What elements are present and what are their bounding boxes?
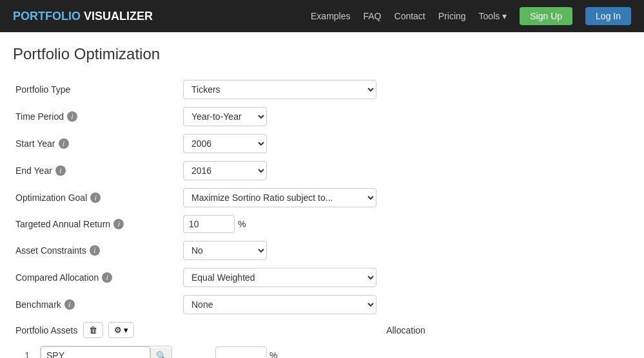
start-year-row: Start Year i 2006 2005 2007 [13,130,631,157]
compared-allocation-label: Compared Allocation [15,272,99,283]
benchmark-select[interactable]: None S&P 500 Total Market [183,295,376,314]
settings-form: Portfolio Type Tickers Asset Classes Tim… [13,76,631,358]
asset-row-number-1: 1 [15,350,35,358]
logo-part2: VISUALIZER [84,10,153,23]
nav-contact[interactable]: Contact [395,11,425,21]
nav-pricing[interactable]: Pricing [438,11,466,21]
targeted-annual-return-input[interactable] [183,215,235,233]
search-icon-1: 🔍 [156,351,166,359]
allocation-header-label: Allocation [386,325,425,335]
settings-assets-button[interactable]: ⚙ ▾ [108,322,134,338]
end-year-select[interactable]: 2016 2015 2017 [183,161,267,180]
asset-row-1: 1 🔍 % [13,342,631,358]
end-year-row: End Year i 2016 2015 2017 [13,157,631,184]
targeted-annual-return-info-icon[interactable]: i [113,219,124,229]
targeted-annual-return-row: Targeted Annual Return i % [13,211,631,237]
portfolio-type-row: Portfolio Type Tickers Asset Classes [13,76,631,103]
optimization-goal-label: Optimization Goal [15,193,87,203]
asset-constraints-label: Asset Constraints [15,245,86,256]
app-logo: PORTFOLIO VISUALIZER [13,10,153,23]
benchmark-label: Benchmark [15,299,61,310]
benchmark-row: Benchmark i None S&P 500 Total Market [13,291,631,318]
nav-tools-button[interactable]: Tools ▾ [479,11,507,21]
optimization-goal-info-icon[interactable]: i [90,193,101,203]
time-period-label: Time Period [15,111,64,122]
time-period-row: Time Period i Year-to-Year Monthly [13,103,631,130]
trash-icon: 🗑 [89,325,97,335]
main-content: Portfolio Optimization Portfolio Type Ti… [0,32,644,358]
allocation-input-1[interactable] [215,346,267,358]
optimization-goal-row: Optimization Goal i Maximize Sortino Rat… [13,184,631,211]
logo-part1: PORTFOLIO [13,10,81,23]
time-period-select[interactable]: Year-to-Year Monthly [183,107,267,126]
ticker-input-wrapper-1: 🔍 [40,346,172,358]
page-title: Portfolio Optimization [13,45,631,63]
portfolio-type-select[interactable]: Tickers Asset Classes [183,80,376,99]
caret-down-icon: ▾ [502,11,507,21]
targeted-annual-return-label: Targeted Annual Return [15,219,110,229]
optimization-goal-select[interactable]: Maximize Sortino Ratio subject to... Max… [183,188,376,207]
alloc-unit-1: % [269,350,277,358]
nav-examples[interactable]: Examples [311,11,350,21]
asset-constraints-row: Asset Constraints i No Yes [13,237,631,264]
login-button[interactable]: Log In [585,7,631,25]
benchmark-info-icon[interactable]: i [64,299,75,310]
compared-allocation-select[interactable]: Equal Weighted None Market Cap [183,268,376,287]
portfolio-type-label: Portfolio Type [15,84,70,95]
asset-constraints-select[interactable]: No Yes [183,241,267,260]
end-year-info-icon[interactable]: i [55,165,66,176]
delete-assets-button[interactable]: 🗑 [83,322,103,338]
start-year-label: Start Year [15,138,55,149]
nav-faq[interactable]: FAQ [364,11,382,21]
main-nav: Examples FAQ Contact Pricing Tools ▾ Sig… [311,7,631,25]
caret-icon: ▾ [124,325,128,335]
percent-unit: % [238,219,246,229]
portfolio-assets-header-row: Portfolio Assets 🗑 ⚙ ▾ Allocation [13,318,631,342]
asset-constraints-info-icon[interactable]: i [90,245,100,256]
compared-allocation-row: Compared Allocation i Equal Weighted Non… [13,264,631,291]
start-year-select[interactable]: 2006 2005 2007 [183,134,267,153]
start-year-info-icon[interactable]: i [59,138,69,149]
app-header: PORTFOLIO VISUALIZER Examples FAQ Contac… [0,0,644,32]
ticker-search-button-1[interactable]: 🔍 [150,348,171,359]
time-period-info-icon[interactable]: i [67,111,77,122]
compared-allocation-info-icon[interactable]: i [102,272,112,283]
gear-icon: ⚙ [114,325,122,335]
signup-button[interactable]: Sign Up [520,7,572,25]
end-year-label: End Year [15,165,52,176]
ticker-input-1[interactable] [41,346,150,358]
portfolio-assets-label: Portfolio Assets [15,325,78,335]
